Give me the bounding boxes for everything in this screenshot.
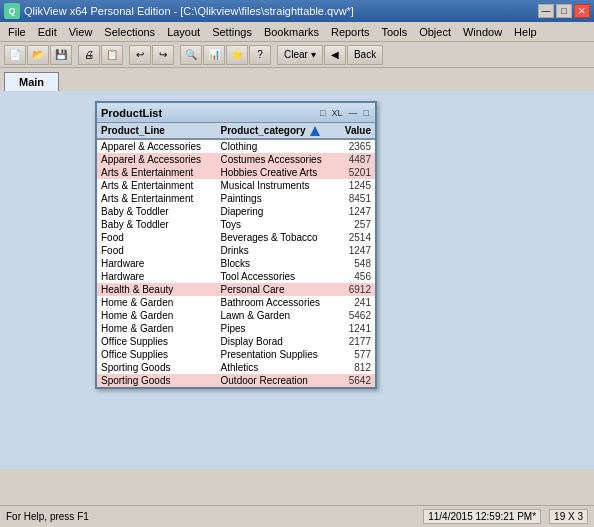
menu-file[interactable]: File bbox=[2, 24, 32, 40]
table-row[interactable]: Baby & ToddlerDiapering1247 bbox=[97, 205, 375, 218]
minimize-button[interactable]: — bbox=[538, 4, 554, 18]
cell-product-line: Sporting Goods bbox=[97, 361, 217, 374]
cell-product-line: Home & Garden bbox=[97, 309, 217, 322]
qv-restore-btn[interactable]: □ bbox=[318, 108, 327, 118]
table-row[interactable]: Arts & EntertainmentHobbies Creative Art… bbox=[97, 166, 375, 179]
toolbar-print[interactable]: 🖨 bbox=[78, 45, 100, 65]
table-row[interactable]: HardwareTool Accessories456 bbox=[97, 270, 375, 283]
table-row[interactable]: HardwareBlocks548 bbox=[97, 257, 375, 270]
menu-settings[interactable]: Settings bbox=[206, 24, 258, 40]
col-header-value[interactable]: Value bbox=[337, 123, 375, 139]
cell-value: 6912 bbox=[337, 283, 375, 296]
toolbar-search[interactable]: 🔍 bbox=[180, 45, 202, 65]
window-title: QlikView x64 Personal Edition - [C:\Qlik… bbox=[24, 5, 354, 17]
cell-product-line: Apparel & Accessories bbox=[97, 153, 217, 166]
cell-value: 257 bbox=[337, 218, 375, 231]
table-scroll-area: Product_Line Product_category Value Appa… bbox=[97, 123, 375, 387]
cell-product-line: Apparel & Accessories bbox=[97, 139, 217, 153]
table-row[interactable]: Home & GardenLawn & Garden5462 bbox=[97, 309, 375, 322]
qv-maximize-btn[interactable]: □ bbox=[362, 108, 371, 118]
table-row[interactable]: Arts & EntertainmentPaintings8451 bbox=[97, 192, 375, 205]
cell-product-line: Arts & Entertainment bbox=[97, 166, 217, 179]
cell-product-category: Display Borad bbox=[217, 335, 338, 348]
cell-product-line: Arts & Entertainment bbox=[97, 179, 217, 192]
table-row[interactable]: FoodDrinks1247 bbox=[97, 244, 375, 257]
table-row[interactable]: Home & GardenBathroom Accessories241 bbox=[97, 296, 375, 309]
toolbar-new[interactable]: 📄 bbox=[4, 45, 26, 65]
status-right: 11/4/2015 12:59:21 PM* 19 X 3 bbox=[423, 509, 588, 524]
cell-product-category: Musical Instruments bbox=[217, 179, 338, 192]
sort-arrow-icon bbox=[310, 126, 320, 136]
cell-value: 577 bbox=[337, 348, 375, 361]
app-icon: Q bbox=[4, 3, 20, 19]
menu-object[interactable]: Object bbox=[413, 24, 457, 40]
cell-product-line: Office Supplies bbox=[97, 348, 217, 361]
table-row[interactable]: Health & BeautyPersonal Care6912 bbox=[97, 283, 375, 296]
table-row[interactable]: Arts & EntertainmentMusical Instruments1… bbox=[97, 179, 375, 192]
table-row[interactable]: Home & GardenPipes1241 bbox=[97, 322, 375, 335]
qv-xl-btn[interactable]: XL bbox=[330, 108, 345, 118]
menu-selections[interactable]: Selections bbox=[98, 24, 161, 40]
qv-minimize-btn[interactable]: — bbox=[347, 108, 360, 118]
cell-product-line: Home & Garden bbox=[97, 322, 217, 335]
table-body: Apparel & AccessoriesClothing2365Apparel… bbox=[97, 139, 375, 387]
help-text: For Help, press F1 bbox=[6, 511, 89, 522]
qv-table-controls: □ XL — □ bbox=[318, 108, 371, 118]
maximize-button[interactable]: □ bbox=[556, 4, 572, 18]
toolbar-undo[interactable]: ↩ bbox=[129, 45, 151, 65]
table-row[interactable]: Office SuppliesDisplay Borad2177 bbox=[97, 335, 375, 348]
cell-product-line: Arts & Entertainment bbox=[97, 192, 217, 205]
cell-value: 8451 bbox=[337, 192, 375, 205]
cell-product-line: Health & Beauty bbox=[97, 283, 217, 296]
cell-product-line: Baby & Toddler bbox=[97, 218, 217, 231]
menu-help[interactable]: Help bbox=[508, 24, 543, 40]
cell-product-category: Blocks bbox=[217, 257, 338, 270]
clear-label: Clear bbox=[284, 49, 308, 60]
menu-view[interactable]: View bbox=[63, 24, 99, 40]
qv-table-title: ProductList bbox=[101, 107, 162, 119]
cell-product-line: Baby & Toddler bbox=[97, 205, 217, 218]
cell-product-line: Food bbox=[97, 231, 217, 244]
table-header-row: Product_Line Product_category Value bbox=[97, 123, 375, 139]
close-button[interactable]: ✕ bbox=[574, 4, 590, 18]
table-row[interactable]: Baby & ToddlerToys257 bbox=[97, 218, 375, 231]
cell-product-category: Presentation Supplies bbox=[217, 348, 338, 361]
toolbar-save[interactable]: 💾 bbox=[50, 45, 72, 65]
toolbar-open[interactable]: 📂 bbox=[27, 45, 49, 65]
status-datetime: 11/4/2015 12:59:21 PM* bbox=[423, 509, 541, 524]
toolbar-back-button[interactable]: Back bbox=[347, 45, 383, 65]
menu-edit[interactable]: Edit bbox=[32, 24, 63, 40]
toolbar-help[interactable]: ? bbox=[249, 45, 271, 65]
cell-product-category: Clothing bbox=[217, 139, 338, 153]
cell-product-category: Beverages & Tobacco bbox=[217, 231, 338, 244]
table-row[interactable]: FoodBeverages & Tobacco2514 bbox=[97, 231, 375, 244]
cell-value: 1247 bbox=[337, 205, 375, 218]
tab-main[interactable]: Main bbox=[4, 72, 59, 91]
cell-value: 5201 bbox=[337, 166, 375, 179]
table-row[interactable]: Office SuppliesPresentation Supplies577 bbox=[97, 348, 375, 361]
table-row[interactable]: Apparel & AccessoriesClothing2365 bbox=[97, 139, 375, 153]
toolbar-chart[interactable]: 📊 bbox=[203, 45, 225, 65]
menu-bookmarks[interactable]: Bookmarks bbox=[258, 24, 325, 40]
menu-reports[interactable]: Reports bbox=[325, 24, 376, 40]
table-row[interactable]: Apparel & AccessoriesCostumes Accessorie… bbox=[97, 153, 375, 166]
table-row[interactable]: Sporting GoodsOutdoor Recreation5642 bbox=[97, 374, 375, 387]
menu-layout[interactable]: Layout bbox=[161, 24, 206, 40]
toolbar-star[interactable]: ⭐ bbox=[226, 45, 248, 65]
col-header-product-line[interactable]: Product_Line bbox=[97, 123, 217, 139]
toolbar-redo[interactable]: ↪ bbox=[152, 45, 174, 65]
cell-value: 1247 bbox=[337, 244, 375, 257]
cell-product-category: Paintings bbox=[217, 192, 338, 205]
cell-product-line: Hardware bbox=[97, 257, 217, 270]
menu-window[interactable]: Window bbox=[457, 24, 508, 40]
cell-product-line: Food bbox=[97, 244, 217, 257]
toolbar: 📄 📂 💾 🖨 📋 ↩ ↪ 🔍 📊 ⭐ ? Clear ▾ ◀ Back bbox=[0, 42, 594, 68]
toolbar-back-icon[interactable]: ◀ bbox=[324, 45, 346, 65]
menu-tools[interactable]: Tools bbox=[375, 24, 413, 40]
cell-product-category: Athletics bbox=[217, 361, 338, 374]
cell-product-category: Outdoor Recreation bbox=[217, 374, 338, 387]
table-row[interactable]: Sporting GoodsAthletics812 bbox=[97, 361, 375, 374]
toolbar-copy[interactable]: 📋 bbox=[101, 45, 123, 65]
toolbar-clear-button[interactable]: Clear ▾ bbox=[277, 45, 323, 65]
col-header-product-category[interactable]: Product_category bbox=[217, 123, 338, 139]
